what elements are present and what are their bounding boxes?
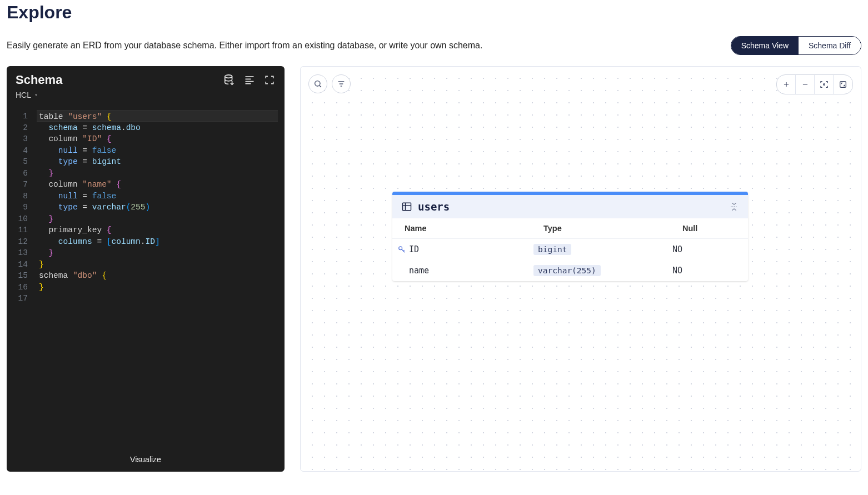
erd-type-badge: varchar(255) [533,265,601,276]
visualize-button[interactable]: Visualize [7,447,285,472]
zoom-in-button[interactable] [777,75,796,94]
table-icon [401,201,412,212]
expand-icon [839,80,847,89]
tab-schema-view[interactable]: Schema View [731,37,799,54]
primary-key-icon [397,246,407,253]
chevron-down-icon [33,92,39,98]
erd-row[interactable]: namevarchar(255)NO [392,260,748,281]
expand-all-button[interactable] [834,75,852,94]
svg-point-19 [399,247,402,250]
erd-header-row: Name Type Null [392,218,748,239]
page-subtitle: Easily generate an ERD from your databas… [7,41,482,51]
line-numbers: 1234567891011121314151617 [7,105,37,447]
erd-header-name: Name [405,224,543,233]
search-button[interactable] [308,74,327,93]
erd-null-value: NO [672,266,739,276]
diagram-canvas[interactable]: users Name Type Null IDbigintNOnamevarch… [300,66,861,472]
svg-point-5 [315,81,320,86]
zoom-out-button[interactable] [796,75,815,94]
svg-point-13 [823,84,825,86]
erd-type-badge: bigint [533,244,571,255]
fullscreen-icon[interactable] [263,74,276,86]
fit-view-button[interactable] [815,75,834,94]
svg-rect-14 [840,82,846,88]
filter-icon [337,79,346,88]
svg-point-0 [225,75,232,78]
erd-table-card[interactable]: users Name Type Null IDbigintNOnamevarch… [392,192,748,281]
tab-schema-diff[interactable]: Schema Diff [799,37,861,54]
collapse-icon[interactable] [729,202,739,212]
search-icon [313,79,322,88]
svg-rect-15 [403,203,411,210]
plus-icon [782,81,790,88]
database-import-icon[interactable] [223,74,236,86]
erd-col-name-value: name [409,266,429,276]
erd-header-null: Null [682,224,739,233]
schema-panel-title: Schema [16,73,62,87]
view-tabs: Schema View Schema Diff [731,36,861,55]
language-label: HCL [16,91,31,99]
format-icon[interactable] [243,74,256,86]
schema-panel: Schema [7,66,285,472]
code-content[interactable]: table "users" { schema = schema.dbo colu… [37,105,285,447]
language-selector[interactable]: HCL [7,88,285,105]
erd-table-name: users [418,201,450,213]
erd-null-value: NO [672,244,739,254]
erd-row[interactable]: IDbigintNO [392,239,748,260]
page-title: Explore [7,2,861,23]
minus-icon [801,81,809,88]
erd-header-type: Type [543,224,682,233]
code-editor[interactable]: 1234567891011121314151617 table "users" … [7,105,285,447]
focus-icon [820,80,829,89]
filter-button[interactable] [332,74,351,93]
svg-line-6 [320,86,321,87]
erd-col-name-value: ID [409,244,419,254]
